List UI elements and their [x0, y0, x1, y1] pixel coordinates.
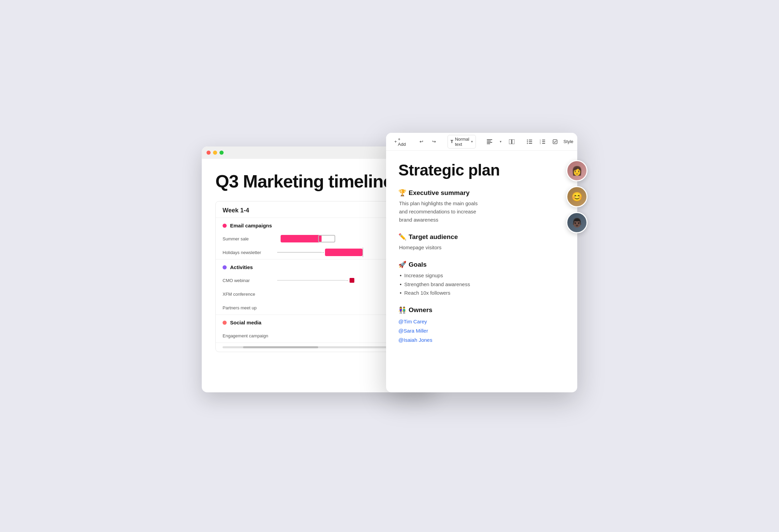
goals-icon: 🚀 — [398, 261, 407, 268]
goals-list: Increase signups Strengthen brand awaren… — [398, 271, 565, 297]
owners-icon: 👫 — [398, 306, 407, 314]
checkbox-icon[interactable] — [551, 138, 559, 145]
email-campaigns-label: Email campaigns — [230, 223, 272, 228]
target-audience-title: ✏️ Target audience — [398, 233, 565, 241]
svg-point-10 — [527, 143, 528, 144]
sara-miller-avatar: 👩 — [567, 161, 586, 180]
executive-summary-title: 🏆 Executive summary — [398, 189, 565, 197]
numbered-list-icon[interactable]: 1. 2. 3. — [538, 138, 547, 145]
engagement-label: Engagement campaign — [223, 333, 277, 338]
scene: Q3 Marketing timeline Week 1-4 Email cam… — [202, 133, 577, 399]
svg-rect-11 — [529, 143, 532, 144]
svg-rect-2 — [487, 142, 492, 143]
cmo-marker — [350, 278, 354, 283]
svg-point-6 — [527, 139, 528, 140]
executive-heading: Executive summary — [409, 189, 470, 197]
style-label: Style — [564, 139, 573, 144]
svg-rect-15 — [542, 141, 545, 142]
strategic-plan-window: + + Add ↩ ↪ T Normal text ▾ — [386, 133, 577, 392]
add-icon: + — [394, 139, 397, 144]
scrollbar-thumb[interactable] — [243, 346, 318, 348]
goal-item-3: Reach 10x followers — [400, 289, 565, 297]
maximize-dot[interactable] — [219, 151, 224, 155]
activities-dot — [223, 265, 227, 269]
scrollbar-track[interactable] — [223, 346, 413, 348]
partners-label: Partners meet up — [223, 305, 277, 310]
isaiah-jones-avatar: 👨🏿 — [567, 213, 586, 232]
holidays-arrow: → — [321, 250, 325, 254]
goal-item-2: Strengthen brand awareness — [400, 280, 565, 289]
summer-sale-outline-bar — [318, 235, 335, 242]
mention-isaiah-jones[interactable]: @Isaiah Jones — [398, 335, 565, 345]
goal-3-text: Reach 10x followers — [404, 289, 450, 297]
undo-icon: ↩ — [420, 139, 423, 144]
goal-2-text: Strengthen brand awareness — [404, 280, 470, 289]
avatar-stack: 👩 😊 👨🏿 — [566, 160, 587, 233]
close-dot[interactable] — [207, 151, 211, 155]
cmo-line — [277, 280, 345, 281]
bullet-list-icon[interactable] — [525, 138, 534, 145]
executive-icon: 🏆 — [398, 189, 407, 197]
avatar-sara-miller[interactable]: 👩 — [566, 160, 587, 181]
section-target-audience: ✏️ Target audience Homepage visitors — [398, 233, 565, 252]
undo-button[interactable]: ↩ — [417, 138, 425, 145]
email-campaigns-dot — [223, 224, 227, 228]
tim-carey-avatar: 😊 — [567, 187, 586, 206]
svg-point-8 — [527, 141, 528, 142]
svg-text:3.: 3. — [540, 142, 541, 144]
holidays-dash-line — [277, 252, 322, 253]
add-button[interactable]: + + Add — [392, 135, 408, 148]
owners-mentions: @Tim Carey @Sara Miller @Isaiah Jones — [398, 317, 565, 345]
svg-rect-1 — [487, 141, 491, 141]
doc-content: Strategic plan 🏆 Executive summary This … — [386, 151, 577, 392]
toolbar: + + Add ↩ ↪ T Normal text ▾ — [386, 133, 577, 151]
week-label: Week 1-4 — [223, 207, 249, 214]
text-type-label: Normal text — [455, 137, 469, 147]
goals-heading: Goals — [409, 261, 427, 268]
mention-tim-carey[interactable]: @Tim Carey — [398, 317, 565, 326]
target-body: Homepage visitors — [398, 243, 565, 252]
goal-item-1: Increase signups — [400, 271, 565, 280]
summer-sale-bar — [281, 235, 322, 242]
social-label: Social media — [230, 320, 261, 325]
align-chevron[interactable]: ▾ — [498, 138, 503, 145]
text-type-chevron: ▾ — [471, 140, 473, 143]
section-executive-summary: 🏆 Executive summary This plan highlights… — [398, 189, 565, 224]
doc-title: Strategic plan — [398, 161, 565, 179]
holidays-newsletter-label: Holidays newsletter — [223, 250, 277, 255]
style-button[interactable]: Style — [564, 139, 573, 144]
section-goals: 🚀 Goals Increase signups Strengthen bran… — [398, 261, 565, 297]
layout-icon[interactable] — [508, 138, 516, 145]
svg-rect-3 — [487, 143, 490, 144]
goal-1-text: Increase signups — [404, 271, 443, 280]
cmo-arrow: → — [345, 278, 349, 282]
svg-rect-5 — [512, 139, 514, 144]
activities-label: Activities — [230, 264, 253, 270]
owners-title: 👫 Owners — [398, 306, 565, 314]
minimize-dot[interactable] — [213, 151, 217, 155]
svg-rect-4 — [509, 139, 511, 144]
executive-body: This plan highlights the main goalsand r… — [398, 199, 565, 224]
redo-icon: ↪ — [432, 139, 436, 144]
text-type-selector[interactable]: T Normal text ▾ — [448, 135, 476, 149]
text-type-icon: T — [451, 139, 453, 144]
owners-heading: Owners — [409, 306, 433, 314]
avatar-tim-carey[interactable]: 😊 — [566, 186, 587, 207]
redo-button[interactable]: ↪ — [430, 138, 438, 145]
social-dot — [223, 321, 227, 325]
goals-title: 🚀 Goals — [398, 261, 565, 268]
holidays-bar — [325, 249, 363, 256]
svg-rect-0 — [487, 139, 492, 140]
avatar-isaiah-jones[interactable]: 👨🏿 — [566, 212, 587, 233]
align-icon[interactable] — [485, 138, 494, 145]
mention-sara-miller[interactable]: @Sara Miller — [398, 326, 565, 335]
cmo-webinar-label: CMO webinar — [223, 278, 277, 283]
summer-sale-label: Summer sale — [223, 236, 277, 241]
svg-rect-17 — [542, 143, 545, 144]
add-label: + Add — [398, 137, 406, 147]
svg-rect-9 — [529, 141, 532, 142]
target-heading: Target audience — [409, 233, 458, 241]
target-icon: ✏️ — [398, 233, 407, 241]
xfm-label: XFM conference — [223, 292, 277, 297]
holidays-connector — [363, 248, 363, 257]
